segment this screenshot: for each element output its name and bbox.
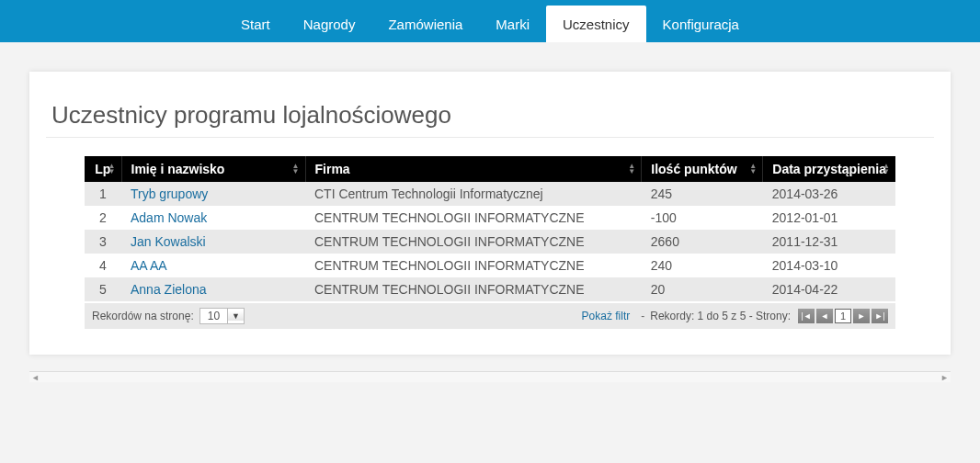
pager-next-button[interactable]: ►: [853, 309, 870, 323]
header-points-label: Ilość punktów: [651, 162, 736, 176]
table-row: 5 Anna Zielona CENTRUM TECHNOLOGII INFOR…: [85, 277, 895, 301]
sort-icon: ▲▼: [292, 164, 300, 175]
pager-current-page[interactable]: 1: [835, 309, 851, 323]
cell-lp: 2: [85, 206, 121, 230]
horizontal-scrollbar[interactable]: ◄ ►: [29, 371, 951, 382]
cell-name: Anna Zielona: [121, 277, 305, 301]
cell-points: 240: [642, 254, 763, 277]
sort-icon: ▲▼: [628, 164, 635, 175]
pager: |◄ ◄ 1 ► ►|: [798, 309, 888, 323]
top-navbar: Start Nagrody Zamówienia Marki Uczestnic…: [0, 0, 980, 42]
main-panel: Uczestnicy programu lojalnościowego Lp ▲…: [29, 72, 951, 355]
separator: -: [641, 310, 644, 322]
cell-lp: 4: [85, 254, 121, 277]
cell-name: Adam Nowak: [121, 206, 305, 230]
cell-company: CENTRUM TECHNOLOGII INFORMATYCZNE: [305, 277, 642, 301]
header-date[interactable]: Data przystąpienia ▲▼: [763, 156, 895, 182]
pager-first-button[interactable]: |◄: [798, 309, 815, 323]
cell-points: 20: [642, 277, 763, 301]
scroll-right-icon[interactable]: ►: [940, 373, 949, 382]
participant-link[interactable]: Anna Zielona: [131, 282, 207, 297]
table-row: 4 AA AA CENTRUM TECHNOLOGII INFORMATYCZN…: [85, 254, 895, 277]
pagesize-value: 10: [200, 309, 228, 323]
header-lp[interactable]: Lp ▲▼: [85, 156, 121, 182]
sort-icon: ▲▼: [883, 164, 890, 175]
nav-item-uczestnicy[interactable]: Uczestnicy: [546, 6, 646, 42]
cell-company: CENTRUM TECHNOLOGII INFORMATYCZNE: [305, 230, 642, 254]
table-row: 3 Jan Kowalski CENTRUM TECHNOLOGII INFOR…: [85, 230, 895, 254]
cell-date: 2011-12-31: [763, 230, 895, 254]
nav-list: Start Nagrody Zamówienia Marki Uczestnic…: [224, 0, 756, 42]
nav-item-nagrody[interactable]: Nagrody: [287, 6, 372, 42]
show-filter-link[interactable]: Pokaż filtr: [582, 310, 631, 322]
sort-icon: ▲▼: [749, 164, 757, 175]
header-name-label: Imię i nazwisko: [131, 162, 225, 176]
cell-company: CENTRUM TECHNOLOGII INFORMATYCZNE: [305, 206, 642, 230]
nav-item-zamowienia[interactable]: Zamówienia: [371, 6, 479, 42]
divider: [46, 137, 934, 138]
table-row: 2 Adam Nowak CENTRUM TECHNOLOGII INFORMA…: [85, 206, 895, 230]
nav-item-marki[interactable]: Marki: [479, 6, 546, 42]
table-row: 1 Tryb grupowy CTI Centrum Technologii I…: [85, 182, 895, 206]
pager-prev-button[interactable]: ◄: [816, 309, 833, 323]
cell-name: Jan Kowalski: [121, 230, 305, 254]
cell-points: 245: [642, 182, 763, 206]
header-points[interactable]: Ilość punktów ▲▼: [642, 156, 763, 182]
header-company-label: Firma: [315, 162, 350, 176]
sort-icon: ▲▼: [108, 164, 116, 175]
pagesize-label: Rekordów na stronę:: [92, 310, 194, 322]
cell-name: AA AA: [121, 254, 305, 277]
page-title: Uczestnicy programu lojalnościowego: [51, 101, 934, 130]
participant-link[interactable]: AA AA: [131, 258, 167, 273]
nav-item-konfiguracja[interactable]: Konfiguracja: [646, 6, 756, 42]
table-footer: Rekordów na stronę: 10 ▼ Pokaż filtr - R…: [85, 303, 895, 329]
cell-lp: 3: [85, 230, 121, 254]
participants-table: Lp ▲▼ Imię i nazwisko ▲▼ Firma ▲▼ Ilość …: [85, 156, 895, 301]
cell-date: 2014-03-10: [763, 254, 895, 277]
cell-points: -100: [642, 206, 763, 230]
cell-company: CTI Centrum Technologii Informatycznej: [305, 182, 642, 206]
table-wrap: Lp ▲▼ Imię i nazwisko ▲▼ Firma ▲▼ Ilość …: [85, 156, 895, 329]
pagesize-selector[interactable]: 10 ▼: [199, 308, 245, 324]
cell-lp: 5: [85, 277, 121, 301]
nav-item-start[interactable]: Start: [224, 6, 287, 42]
cell-points: 2660: [642, 230, 763, 254]
participant-link[interactable]: Jan Kowalski: [131, 234, 206, 249]
pagesize-dropdown-icon[interactable]: ▼: [228, 311, 244, 321]
scroll-left-icon[interactable]: ◄: [31, 373, 40, 382]
cell-date: 2012-01-01: [763, 206, 895, 230]
header-company[interactable]: Firma ▲▼: [305, 156, 642, 182]
cell-name: Tryb grupowy: [121, 182, 305, 206]
cell-lp: 1: [85, 182, 121, 206]
cell-date: 2014-03-26: [763, 182, 895, 206]
participant-link[interactable]: Tryb grupowy: [131, 186, 208, 201]
cell-date: 2014-04-22: [763, 277, 895, 301]
cell-company: CENTRUM TECHNOLOGII INFORMATYCZNE: [305, 254, 642, 277]
records-info: Rekordy: 1 do 5 z 5 - Strony:: [650, 310, 791, 322]
participant-link[interactable]: Adam Nowak: [131, 210, 207, 225]
header-date-label: Data przystąpienia: [772, 162, 886, 176]
pager-last-button[interactable]: ►|: [872, 309, 888, 323]
header-name[interactable]: Imię i nazwisko ▲▼: [121, 156, 305, 182]
